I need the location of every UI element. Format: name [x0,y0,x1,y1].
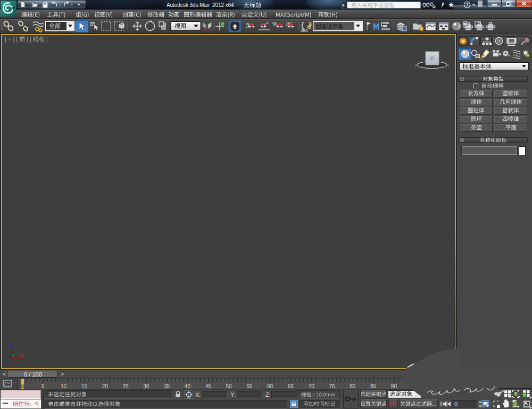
svg-text:%: % [272,21,278,27]
svg-text:25: 25 [122,383,129,389]
svg-text:70: 70 [309,383,315,389]
svg-text:75: 75 [329,383,335,389]
svg-text:30: 30 [143,383,149,389]
svg-text:35: 35 [164,383,170,389]
svg-text:5: 5 [41,383,45,389]
svg-text:60: 60 [267,383,273,389]
svg-text:55: 55 [246,383,253,389]
svg-text:10: 10 [61,383,67,389]
svg-text:x: x [21,353,23,358]
svg-text:ABC: ABC [301,29,308,32]
svg-text:80: 80 [350,383,356,389]
svg-text:50: 50 [226,383,232,389]
svg-text:65: 65 [288,383,294,389]
svg-text:20: 20 [102,383,109,389]
svg-text:15: 15 [81,383,88,389]
svg-text:45: 45 [205,383,212,389]
svg-text:z: z [10,343,13,348]
svg-text:40: 40 [185,383,191,389]
